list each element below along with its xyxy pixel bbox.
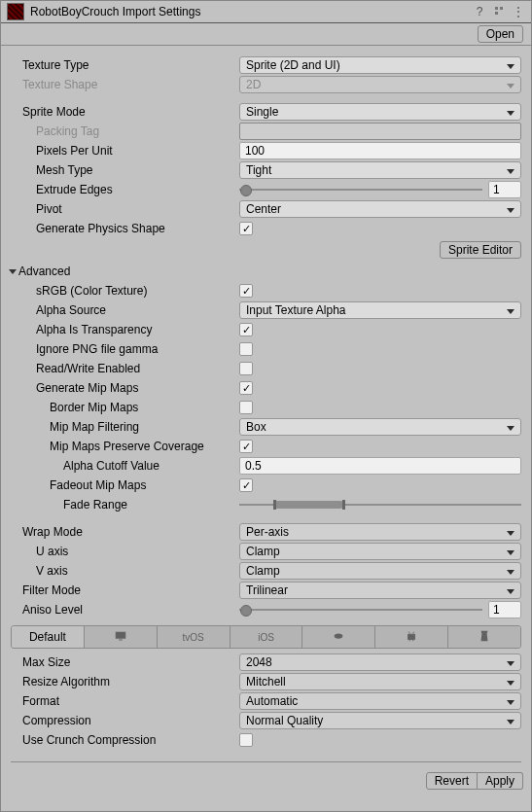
dropdown-mesh-type[interactable]: Tight [239, 161, 521, 179]
tab-standalone[interactable] [85, 626, 158, 648]
ios-icon: iOS [258, 632, 274, 643]
open-button[interactable]: Open [478, 25, 523, 43]
label-srgb: sRGB (Color Texture) [1, 281, 239, 300]
monitor-icon [114, 629, 127, 646]
label-mip: Generate Mip Maps [1, 378, 239, 398]
divider [11, 761, 521, 762]
label-compression: Compression [1, 711, 239, 730]
label-texture-shape: Texture Shape [1, 75, 239, 94]
tab-default[interactable]: Default [12, 626, 85, 648]
label-ignore-gamma: Ignore PNG file gamma [1, 339, 239, 359]
dropdown-pivot[interactable]: Center [239, 200, 521, 218]
tab-tvos[interactable]: tvOS [158, 626, 231, 648]
label-crunch: Use Crunch Compression [1, 730, 239, 750]
label-u-axis: U axis [1, 542, 239, 561]
menu-icon[interactable]: ⋮ [512, 5, 525, 18]
label-texture-type: Texture Type [1, 55, 239, 75]
checkbox-crunch[interactable] [239, 733, 253, 747]
input-packing-tag [239, 123, 521, 140]
inspector-panel: RobotBoyCrouch Import Settings ? ⋮ Open … [0, 0, 532, 812]
label-filter-mode: Filter Mode [1, 581, 239, 600]
checkbox-rw[interactable] [239, 362, 253, 375]
open-bar: Open [1, 23, 531, 46]
label-mip-cov: Mip Maps Preserve Coverage [1, 437, 239, 456]
tab-android[interactable] [375, 626, 448, 648]
checkbox-srgb[interactable] [239, 284, 253, 298]
label-packing-tag: Packing Tag [1, 122, 239, 141]
checkbox-border-mip[interactable] [239, 401, 253, 414]
sprite-editor-button[interactable]: Sprite Editor [440, 241, 521, 259]
dropdown-mip-filter[interactable]: Box [239, 418, 521, 436]
label-fade-range: Fade Range [1, 495, 239, 514]
checkbox-alpha-trans[interactable] [239, 323, 253, 336]
label-aniso: Aniso Level [1, 600, 239, 619]
label-wrap-mode: Wrap Mode [1, 522, 239, 542]
label-extrude: Extrude Edges [1, 180, 239, 199]
label-mesh-type: Mesh Type [1, 160, 239, 180]
dropdown-filter-mode[interactable]: Trilinear [239, 582, 521, 599]
slider-extrude[interactable] [239, 183, 482, 196]
label-phys-shape: Generate Physics Shape [1, 219, 239, 238]
label-border-mip: Border Mip Maps [1, 398, 239, 417]
label-fade-mip: Fadeout Mip Maps [1, 476, 239, 495]
checkbox-mip[interactable] [239, 381, 253, 395]
checkbox-fade-mip[interactable] [239, 478, 253, 492]
label-resize: Resize Algorithm [1, 672, 239, 691]
lumin-icon [332, 629, 345, 646]
label-mip-filter: Mip Map Filtering [1, 417, 239, 437]
value-extrude[interactable]: 1 [488, 181, 521, 198]
android-icon [405, 629, 418, 646]
dropdown-texture-type[interactable]: Sprite (2D and UI) [239, 56, 521, 74]
dropdown-alpha-source[interactable]: Input Texture Alpha [239, 301, 521, 319]
header: RobotBoyCrouch Import Settings ? ⋮ [1, 1, 531, 23]
dropdown-max-size[interactable]: 2048 [239, 653, 521, 671]
input-alpha-cut[interactable] [239, 457, 521, 475]
dropdown-compression[interactable]: Normal Quality [239, 712, 521, 729]
dropdown-wrap-mode[interactable]: Per-axis [239, 523, 521, 541]
help-icon[interactable]: ? [473, 5, 486, 18]
slider-aniso[interactable] [239, 603, 482, 617]
foldout-advanced[interactable]: Advanced [1, 262, 531, 281]
checkbox-ignore-gamma[interactable] [239, 342, 253, 356]
label-rw: Read/Write Enabled [1, 359, 239, 378]
platform-tabs: Default tvOS iOS [11, 625, 521, 649]
tab-webgl[interactable] [448, 626, 520, 648]
webgl-icon [478, 629, 491, 646]
asset-title: RobotBoyCrouch Import Settings [30, 5, 467, 18]
dropdown-u-axis[interactable]: Clamp [239, 543, 521, 560]
label-ppu: Pixels Per Unit [1, 141, 239, 160]
label-max-size: Max Size [1, 653, 239, 672]
tvos-icon: tvOS [183, 632, 204, 643]
value-aniso[interactable]: 1 [488, 601, 521, 618]
slider-fade-range[interactable] [239, 498, 521, 512]
footer: Revert Apply [1, 766, 531, 795]
dropdown-v-axis[interactable]: Clamp [239, 562, 521, 580]
checkbox-phys-shape[interactable] [239, 222, 253, 235]
dropdown-texture-shape: 2D [239, 76, 521, 93]
apply-button[interactable]: Apply [478, 772, 523, 790]
input-ppu[interactable] [239, 142, 521, 159]
label-pivot: Pivot [1, 199, 239, 219]
chevron-down-icon [9, 267, 18, 275]
label-alpha-cut: Alpha Cutoff Value [1, 456, 239, 476]
tab-ios[interactable]: iOS [231, 626, 303, 648]
dropdown-resize[interactable]: Mitchell [239, 673, 521, 690]
revert-button[interactable]: Revert [426, 772, 478, 790]
label-format: Format [1, 691, 239, 711]
tab-lumin[interactable] [302, 626, 375, 648]
label-alpha-source: Alpha Source [1, 300, 239, 320]
dropdown-sprite-mode[interactable]: Single [239, 103, 521, 121]
dropdown-format[interactable]: Automatic [239, 692, 521, 710]
label-sprite-mode: Sprite Mode [1, 102, 239, 122]
label-alpha-trans: Alpha Is Transparency [1, 320, 239, 339]
checkbox-mip-cov[interactable] [239, 440, 253, 453]
label-v-axis: V axis [1, 561, 239, 581]
asset-thumbnail [7, 3, 24, 20]
label-advanced: Advanced [18, 265, 70, 278]
preset-icon[interactable] [492, 5, 506, 19]
